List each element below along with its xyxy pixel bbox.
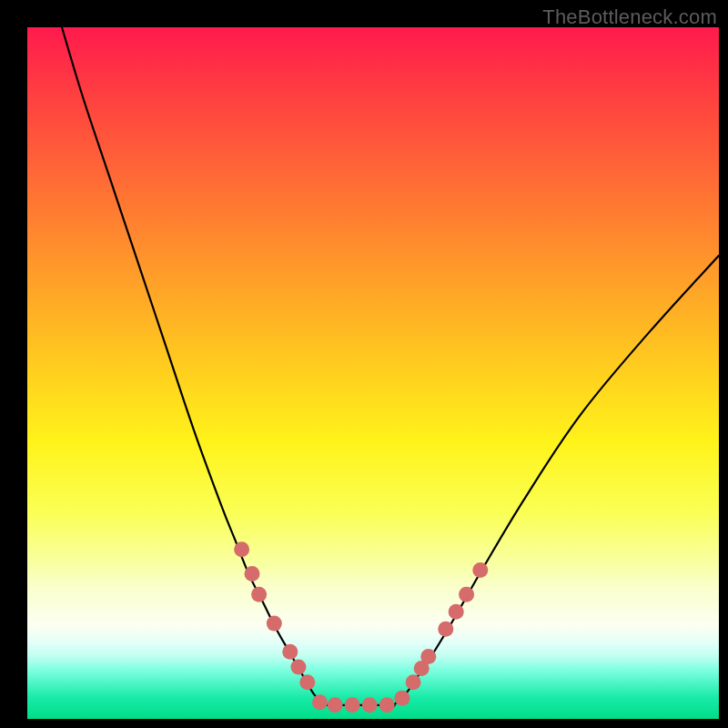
chart-frame: TheBottleneck.com (0, 0, 728, 728)
plot-area (27, 27, 719, 719)
marker-dot (290, 660, 306, 675)
marker-dot (379, 697, 395, 713)
marker-dot (234, 541, 249, 557)
marker-dot (251, 587, 267, 602)
marker-dot (472, 562, 488, 578)
marker-dot (394, 691, 410, 706)
marker-group (234, 541, 488, 713)
marker-dot (299, 674, 315, 690)
marker-dot (459, 587, 474, 602)
chart-svg (27, 27, 719, 719)
marker-dot (362, 697, 378, 713)
marker-dot (420, 649, 436, 664)
marker-dot (245, 566, 260, 581)
marker-dot (282, 644, 298, 660)
watermark-text: TheBottleneck.com (542, 5, 717, 29)
marker-dot (267, 616, 282, 632)
marker-dot (449, 604, 464, 620)
bottleneck-curve (62, 27, 719, 706)
marker-dot (328, 697, 343, 713)
marker-dot (312, 694, 328, 710)
marker-dot (438, 622, 453, 637)
marker-dot (406, 674, 421, 690)
marker-dot (345, 697, 360, 713)
